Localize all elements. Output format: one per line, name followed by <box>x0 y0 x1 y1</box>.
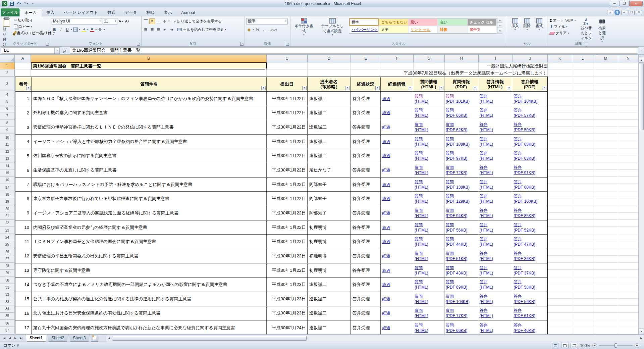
question-html-link-detail[interactable]: (HTML) <box>415 185 428 190</box>
question-html-link-detail[interactable]: (HTML) <box>415 156 428 161</box>
progress-link[interactable]: 経過 <box>382 96 390 101</box>
question-html-link[interactable]: 質問 <box>415 308 423 313</box>
scroll-left-icon[interactable]: ◀ <box>106 336 112 341</box>
question-html-link-detail[interactable]: (HTML) <box>415 142 428 147</box>
row-header-4[interactable]: 4 <box>0 91 14 98</box>
question-html-link[interactable]: 質問 <box>415 136 423 142</box>
row-header-12[interactable]: 12 <box>0 148 14 155</box>
progress-link[interactable]: 経過 <box>382 253 390 259</box>
row-header-10[interactable]: 10 <box>0 134 14 141</box>
question-title-cell[interactable]: 公共工事の入札及び契約の適正化の促進に関する法律の運用に関する質問主意書 <box>32 292 267 306</box>
progress-link[interactable]: 経過 <box>382 296 390 302</box>
autosum-button[interactable]: Σオート SUM▾ <box>549 17 577 23</box>
question-html-link[interactable]: 質問 <box>415 93 423 99</box>
borders-button[interactable] <box>73 27 78 33</box>
zoom-in-button[interactable]: + <box>635 343 639 348</box>
column-header-status[interactable]: 経過状況▼ <box>351 77 381 91</box>
phonetic-button[interactable]: 亜 <box>97 27 103 33</box>
submit-date-cell[interactable]: 平成30年1月22日 <box>267 135 308 149</box>
row-header-1[interactable]: 1 <box>0 62 14 69</box>
cell-style-1[interactable]: 標準 <box>349 18 379 26</box>
column-header-E[interactable]: E <box>351 54 381 62</box>
row-header-15[interactable]: 15 <box>0 169 14 177</box>
clear-button[interactable]: クリア▾ <box>549 30 577 36</box>
align-top-button[interactable]: ⎺ <box>143 18 149 24</box>
progress-link[interactable]: 経過 <box>382 225 390 230</box>
tab-表示[interactable]: 表示 <box>159 9 176 16</box>
formula-bar-expand-icon[interactable]: ⌄ <box>638 49 644 52</box>
question-html-link[interactable]: 質問 <box>415 322 423 328</box>
question-pdf-link-detail[interactable]: (PDF 108KB) <box>446 142 470 147</box>
question-html-link-detail[interactable]: (HTML) <box>415 270 428 276</box>
submit-date-cell[interactable]: 平成30年1月23日 <box>267 292 308 306</box>
submitter-cell[interactable]: 初鹿明博 <box>308 263 351 278</box>
question-pdf-link[interactable]: 質問 <box>446 193 454 199</box>
progress-link[interactable]: 経過 <box>382 139 390 144</box>
column-header-date[interactable]: 提出日▼ <box>267 77 308 91</box>
row-header-27[interactable]: 27 <box>0 255 14 262</box>
answer-pdf-link-detail[interactable]: (PDF 52KB) <box>514 228 535 233</box>
question-html-link[interactable]: 質問 <box>415 294 423 299</box>
question-pdf-link-detail[interactable]: (PDF 101KB) <box>446 99 470 104</box>
page-layout-view-button[interactable] <box>561 343 569 348</box>
filter-dropdown-icon[interactable]: ▼ <box>507 86 511 90</box>
column-header-D[interactable]: D <box>308 54 351 62</box>
question-title-cell[interactable]: 佐川国税庁長官の訓示に関する質問主意書 <box>32 149 267 163</box>
sheet-tab-sheet1[interactable]: Sheet1 <box>25 335 47 342</box>
question-html-link-detail[interactable]: (HTML) <box>415 127 428 133</box>
tab-数式[interactable]: 数式 <box>103 9 120 16</box>
submitter-cell[interactable]: 逢坂誠二 <box>308 306 351 320</box>
question-pdf-link-detail[interactable]: (PDF 97KB) <box>446 156 468 161</box>
merge-center-button[interactable]: セルを結合して中央揃え▾ <box>176 27 227 33</box>
answer-html-link[interactable]: 答弁 <box>480 107 488 113</box>
italic-button[interactable]: I <box>58 27 64 33</box>
filter-dropdown-icon[interactable]: ▼ <box>439 86 443 90</box>
submitter-cell[interactable]: 逢坂誠二 <box>308 135 351 149</box>
wrap-text-button[interactable]: ⤶折り返して全体を表示する <box>173 18 223 24</box>
question-pdf-link-detail[interactable]: (PDF 43KB) <box>446 270 468 276</box>
progress-link[interactable]: 経過 <box>382 167 390 173</box>
number-cell[interactable]: 2 <box>15 106 32 120</box>
answer-html-link-detail[interactable]: (HTML) <box>480 299 493 304</box>
progress-link[interactable]: 経過 <box>382 282 390 287</box>
answer-html-link[interactable]: 答弁 <box>480 193 488 199</box>
align-middle-button[interactable]: ≡ <box>149 18 155 24</box>
answer-pdf-link[interactable]: 答弁 <box>514 265 522 270</box>
status-cell[interactable]: 答弁受理 <box>351 106 381 120</box>
question-html-link[interactable]: 質問 <box>415 193 423 199</box>
fill-button[interactable]: ⬇フィル▾ <box>549 24 577 30</box>
question-title-cell[interactable]: 東京電力原子力事故後に行われている甲状腺検査に関する質問主意書 <box>32 192 267 206</box>
answer-pdf-link[interactable]: 答弁 <box>514 136 522 142</box>
row-header-36[interactable]: 36 <box>0 320 14 327</box>
number-cell[interactable]: 3 <box>15 120 32 134</box>
select-all-corner[interactable] <box>0 54 15 62</box>
answer-html-link-detail[interactable]: (HTML) <box>480 170 493 176</box>
row-header-6[interactable]: 6 <box>0 105 14 112</box>
filter-dropdown-icon[interactable]: ▼ <box>261 86 266 90</box>
question-title-cell[interactable]: イージス・アショア二基導入の閣議決定に至る経緯等に関する質問主意書 <box>32 206 267 220</box>
question-title-cell[interactable]: ＩＣＡＮフィン事務局長と安倍総理の面会に関する質問主意書 <box>32 235 267 249</box>
submit-date-cell[interactable]: 平成30年1月22日 <box>267 178 308 192</box>
row-header-5[interactable]: 5 <box>0 98 14 105</box>
answer-html-link[interactable]: 答弁 <box>480 208 488 213</box>
answer-html-link[interactable]: 答弁 <box>480 122 488 127</box>
question-html-link[interactable]: 質問 <box>415 150 423 156</box>
question-title-cell[interactable]: 北方領土における日米安全保障条約の有効性に関する質問主意書 <box>32 306 267 320</box>
question-pdf-link-detail[interactable]: (PDF 104KB) <box>446 299 470 304</box>
conditional-formatting-button[interactable]: 条件付き書式 ▾ <box>292 17 316 37</box>
question-pdf-link-detail[interactable]: (PDF 62KB) <box>446 127 468 133</box>
submit-date-cell[interactable]: 平成30年1月22日 <box>267 220 308 235</box>
status-cell[interactable]: 答弁受理 <box>351 120 381 134</box>
align-right-button[interactable]: ☰ <box>156 27 161 33</box>
question-html-link[interactable]: 質問 <box>415 107 423 113</box>
answer-html-link[interactable]: 答弁 <box>480 308 488 313</box>
row-header-7[interactable]: 7 <box>0 112 14 119</box>
row-header-2[interactable]: 2 <box>0 69 14 77</box>
answer-html-link-detail[interactable]: (HTML) <box>480 213 493 218</box>
sheet-tab-sheet3[interactable]: Sheet3 <box>68 335 90 342</box>
question-pdf-link[interactable]: 質問 <box>446 150 454 156</box>
answer-pdf-link[interactable]: 答弁 <box>514 93 522 99</box>
submitter-cell[interactable]: 阿部知子 <box>308 206 351 220</box>
row-header-11[interactable]: 11 <box>0 141 14 148</box>
column-header-C[interactable]: C <box>267 54 308 62</box>
